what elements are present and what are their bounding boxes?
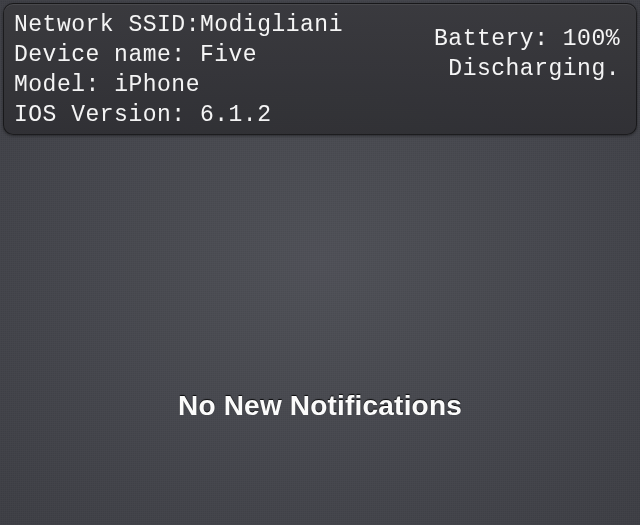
battery-status: Discharging. <box>448 56 620 82</box>
ios-label: IOS Version: <box>14 102 186 128</box>
device-value: Five <box>200 42 257 68</box>
battery-value: 100% <box>563 26 620 52</box>
device-info-panel: Network SSID:Modigliani Device name: Fiv… <box>3 3 637 135</box>
ssid-value: Modigliani <box>200 12 343 38</box>
device-info-right: Battery: 100% Discharging. <box>434 24 620 84</box>
no-notifications-text: No New Notifications <box>0 390 640 422</box>
model-label: Model: <box>14 72 100 98</box>
model-value: iPhone <box>114 72 200 98</box>
device-info-left: Network SSID:Modigliani Device name: Fiv… <box>14 10 343 130</box>
battery-label: Battery: <box>434 26 548 52</box>
ios-value: 6.1.2 <box>200 102 272 128</box>
ssid-label: Network SSID: <box>14 12 200 38</box>
device-label: Device name: <box>14 42 186 68</box>
